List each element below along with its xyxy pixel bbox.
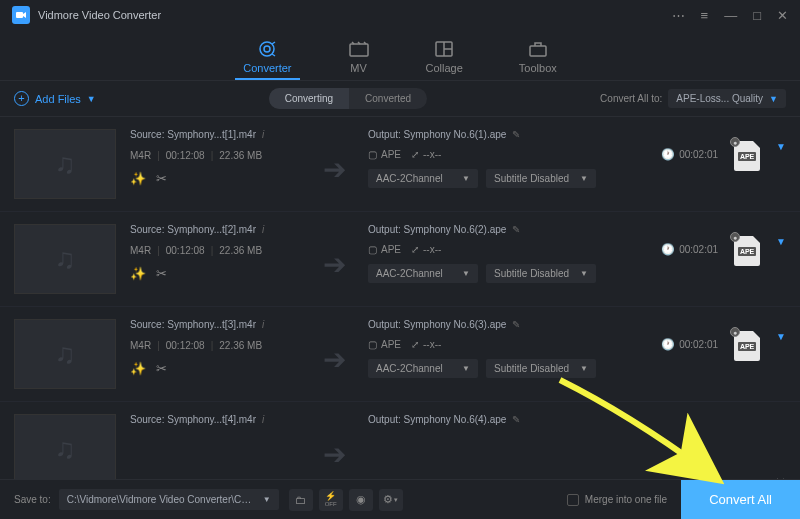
output-filename: Output: Symphony No.6(3).ape (368, 319, 506, 330)
edit-icon[interactable]: ✎ (512, 319, 520, 330)
toolbar: + Add Files ▼ Converting Converted Conve… (0, 81, 800, 117)
save-path-select[interactable]: C:\Vidmore\Vidmore Video Converter\Conve… (59, 489, 279, 510)
app-logo (12, 6, 30, 24)
thumbnail[interactable]: ♫ (14, 319, 116, 389)
thumbnail[interactable]: ♫ (14, 414, 116, 484)
thumbnail[interactable]: ♫ (14, 224, 116, 294)
tab-toolbox[interactable]: Toolbox (511, 36, 565, 80)
source-filename: Source: Symphony...t[3].m4r (130, 319, 256, 330)
list-item: ♫ Source: Symphony...t[4].m4r i ➔ Output… (0, 402, 800, 487)
svg-rect-3 (350, 44, 368, 56)
output-format-badge: ●APE (732, 331, 762, 389)
tab-converter[interactable]: Converter (235, 36, 299, 80)
output-filename: Output: Symphony No.6(4).ape (368, 414, 506, 425)
converting-tab[interactable]: Converting (269, 88, 349, 109)
resize-icon: ⤢ (411, 339, 419, 350)
list-item: ♫ Source: Symphony...t[1].m4r i M4R|00:1… (0, 117, 800, 212)
music-note-icon: ♫ (55, 148, 76, 180)
output-format-badge: ●APE (732, 141, 762, 199)
tab-mv[interactable]: MV (340, 36, 378, 80)
output-filename: Output: Symphony No.6(1).ape (368, 129, 506, 140)
settings-button[interactable]: ⚙▾ (379, 489, 403, 511)
file-list: ♫ Source: Symphony...t[1].m4r i M4R|00:1… (0, 117, 800, 487)
resize-icon: ⤢ (411, 149, 419, 160)
subtitle-select[interactable]: Subtitle Disabled▼ (486, 359, 596, 378)
add-files-button[interactable]: + Add Files ▼ (14, 91, 96, 106)
output-filename: Output: Symphony No.6(2).ape (368, 224, 506, 235)
source-ext: M4R (130, 245, 151, 256)
converter-icon (256, 40, 278, 58)
info-icon[interactable]: i (262, 414, 264, 425)
source-size: 22.36 MB (219, 150, 262, 161)
music-note-icon: ♫ (55, 338, 76, 370)
svg-rect-0 (16, 12, 23, 18)
list-item: ♫ Source: Symphony...t[2].m4r i M4R|00:1… (0, 212, 800, 307)
output-format-badge: ●APE (732, 236, 762, 294)
svg-point-1 (260, 42, 274, 56)
output-format: APE (381, 244, 401, 255)
mv-icon (348, 40, 370, 58)
toolbox-icon (527, 40, 549, 58)
audio-track-select[interactable]: AAC-2Channel▼ (368, 169, 478, 188)
info-icon[interactable]: i (262, 129, 264, 140)
info-icon[interactable]: i (262, 224, 264, 235)
subtitle-select[interactable]: Subtitle Disabled▼ (486, 264, 596, 283)
video-off-icon: ▢ (368, 339, 377, 350)
main-tabs: Converter MV Collage Toolbox (0, 30, 800, 81)
source-duration: 00:12:08 (166, 340, 205, 351)
chevron-down-icon: ▼ (769, 94, 778, 104)
titlebar: Vidmore Video Converter ⋯ ≡ — □ ✕ (0, 0, 800, 30)
hardware-accel-button[interactable]: ⚡OFF (319, 489, 343, 511)
app-title: Vidmore Video Converter (38, 9, 672, 21)
effects-icon[interactable]: ✨ (130, 266, 146, 281)
merge-checkbox[interactable]: Merge into one file (567, 494, 667, 506)
svg-rect-7 (530, 46, 546, 56)
effects-icon[interactable]: ✨ (130, 171, 146, 186)
source-filename: Source: Symphony...t[4].m4r (130, 414, 256, 425)
output-ratio: --x-- (423, 339, 441, 350)
chevron-down-icon: ▼ (263, 495, 271, 504)
svg-point-2 (264, 46, 270, 52)
edit-icon[interactable]: ✎ (512, 414, 520, 425)
output-ratio: --x-- (423, 244, 441, 255)
open-folder-button[interactable]: 🗀 (289, 489, 313, 511)
source-size: 22.36 MB (219, 245, 262, 256)
close-icon[interactable]: ✕ (777, 8, 788, 23)
source-ext: M4R (130, 340, 151, 351)
music-note-icon: ♫ (55, 433, 76, 465)
edit-icon[interactable]: ✎ (512, 129, 520, 140)
output-duration: 00:02:01 (679, 149, 718, 160)
minimize-icon[interactable]: — (724, 8, 737, 23)
maximize-icon[interactable]: □ (753, 8, 761, 23)
output-duration: 00:02:01 (679, 244, 718, 255)
audio-track-select[interactable]: AAC-2Channel▼ (368, 264, 478, 283)
thumbnail[interactable]: ♫ (14, 129, 116, 199)
source-filename: Source: Symphony...t[1].m4r (130, 129, 256, 140)
cut-icon[interactable]: ✂ (156, 361, 167, 376)
menu-icon[interactable]: ≡ (701, 8, 709, 23)
cut-icon[interactable]: ✂ (156, 266, 167, 281)
format-select[interactable]: APE-Loss... Quality ▼ (668, 89, 786, 108)
collage-icon (433, 40, 455, 58)
cut-icon[interactable]: ✂ (156, 171, 167, 186)
high-speed-button[interactable]: ◉ (349, 489, 373, 511)
output-format: APE (381, 339, 401, 350)
tab-collage[interactable]: Collage (418, 36, 471, 80)
arrow-icon: ➔ (314, 234, 354, 294)
effects-icon[interactable]: ✨ (130, 361, 146, 376)
subtitle-select[interactable]: Subtitle Disabled▼ (486, 169, 596, 188)
arrow-icon: ➔ (314, 139, 354, 199)
format-dropdown-icon[interactable]: ▼ (776, 331, 786, 389)
info-icon[interactable]: i (262, 319, 264, 330)
arrow-icon: ➔ (314, 329, 354, 389)
checkbox-icon (567, 494, 579, 506)
format-dropdown-icon[interactable]: ▼ (776, 141, 786, 199)
audio-track-select[interactable]: AAC-2Channel▼ (368, 359, 478, 378)
feedback-icon[interactable]: ⋯ (672, 8, 685, 23)
converted-tab[interactable]: Converted (349, 88, 427, 109)
convert-all-button[interactable]: Convert All (681, 480, 800, 520)
chevron-down-icon: ▼ (87, 94, 96, 104)
format-dropdown-icon[interactable]: ▼ (776, 236, 786, 294)
edit-icon[interactable]: ✎ (512, 224, 520, 235)
source-duration: 00:12:08 (166, 245, 205, 256)
